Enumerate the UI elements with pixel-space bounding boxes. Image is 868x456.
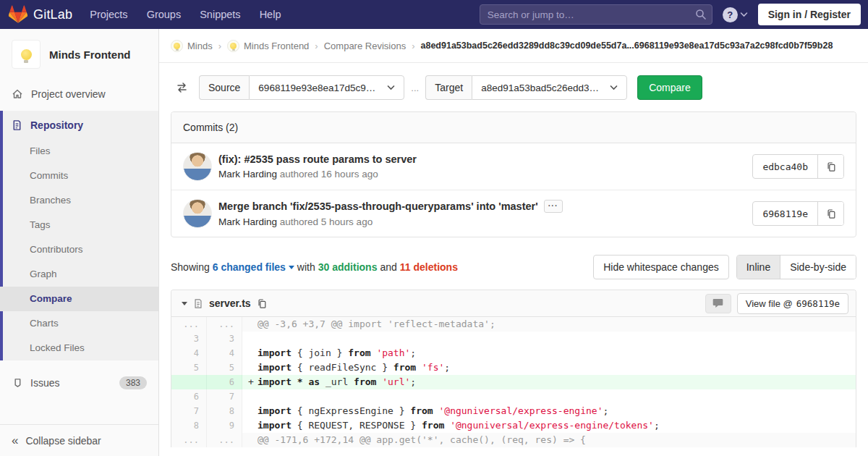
line-number-old[interactable]: 8: [171, 418, 207, 433]
diff-file-card: server.ts View file @ 69681: [171, 290, 856, 447]
breadcrumb-compare-revisions[interactable]: Compare Revisions: [324, 41, 406, 51]
line-number-old[interactable]: 3: [171, 332, 207, 346]
copy-icon[interactable]: [257, 298, 267, 309]
commit-sha[interactable]: 6968119e: [753, 202, 817, 225]
line-number-new[interactable]: ...: [207, 317, 242, 332]
compare-button[interactable]: Compare: [637, 75, 702, 100]
code-line: import { ngExpressEngine } from '@nguniv…: [242, 404, 856, 418]
diff-filename[interactable]: server.ts: [209, 297, 251, 309]
code-line: [242, 332, 856, 346]
sidebar-item-locked-files[interactable]: Locked Files: [0, 336, 158, 360]
repository-section: Repository FilesCommitsBranchesTagsContr…: [0, 111, 158, 360]
breadcrumb-separator: ›: [218, 41, 221, 51]
gitlab-logo[interactable]: GitLab: [9, 5, 72, 24]
and-label: and: [380, 261, 396, 273]
line-number-new[interactable]: 3: [207, 332, 242, 346]
side-by-side-view-button[interactable]: Side-by-side: [780, 256, 856, 279]
line-number-old[interactable]: 4: [171, 346, 207, 360]
source-dropdown[interactable]: 6968119e93e8ea17d5c9…: [249, 75, 404, 100]
line-number-old[interactable]: 5: [171, 360, 207, 375]
line-number-new[interactable]: 6: [207, 375, 242, 389]
line-number-new[interactable]: 5: [207, 360, 242, 375]
sidebar-item-charts[interactable]: Charts: [0, 311, 158, 336]
expand-commit-message-button[interactable]: ···: [544, 200, 563, 213]
line-number-old[interactable]: [171, 375, 207, 389]
breadcrumb-group[interactable]: Minds: [171, 40, 213, 52]
sidebar-item-graph[interactable]: Graph: [0, 262, 158, 287]
comment-button[interactable]: [705, 294, 731, 313]
line-number-new[interactable]: ...: [207, 433, 242, 447]
line-number-old[interactable]: 7: [171, 404, 207, 418]
breadcrumb-project[interactable]: Minds Frontend: [227, 40, 309, 52]
copy-sha-button[interactable]: [817, 202, 843, 225]
commit-author[interactable]: Mark Harding: [218, 169, 277, 180]
swap-revisions-button[interactable]: [171, 76, 192, 99]
group-avatar: [171, 40, 183, 52]
collapse-sidebar-label: Collapse sidebar: [25, 435, 101, 447]
double-chevron-left-icon: «: [12, 434, 18, 447]
view-file-sha: 6968119e: [796, 298, 840, 309]
nav-link-help[interactable]: Help: [260, 9, 281, 20]
sidebar-item-files[interactable]: Files: [0, 139, 158, 164]
sidebar-item-compare[interactable]: Compare: [0, 287, 158, 311]
breadcrumb-current-sha: a8ed91a53bad5c26edd3289dd8c39cd09de55d7a…: [420, 41, 833, 51]
collapse-sidebar-button[interactable]: « Collapse sidebar: [0, 424, 158, 456]
nav-link-snippets[interactable]: Snippets: [200, 9, 240, 20]
collapse-file-icon[interactable]: [182, 302, 187, 305]
sidebar-item-branches[interactable]: Branches: [0, 188, 158, 213]
inline-view-button[interactable]: Inline: [737, 256, 780, 279]
sidebar-item-contributors[interactable]: Contributors: [0, 237, 158, 262]
line-number-old[interactable]: ...: [171, 317, 207, 332]
project-header[interactable]: Minds Frontend: [0, 29, 158, 80]
copy-sha-button[interactable]: [817, 155, 843, 178]
diff-line: ......@@ -171,6 +172,14 @@ app.get('*', …: [171, 433, 856, 447]
diff-lines: ......@@ -3,6 +3,7 @@ import 'reflect-me…: [171, 317, 856, 447]
sidebar-item-tags[interactable]: Tags: [0, 213, 158, 237]
commit-info: Merge branch 'fix/2535-pass-through-quer…: [218, 200, 752, 227]
changed-files-dropdown[interactable]: 6 changed files: [213, 261, 294, 273]
line-number-old[interactable]: 6: [171, 389, 207, 404]
avatar[interactable]: [183, 152, 212, 181]
line-number-new[interactable]: 7: [207, 389, 242, 404]
avatar[interactable]: [183, 199, 212, 228]
view-file-button[interactable]: View file @ 6968119e: [737, 293, 848, 314]
target-field-group: Target a8ed91a53bad5c26edd3…: [425, 75, 627, 100]
line-number-new[interactable]: 4: [207, 346, 242, 360]
commit-sha[interactable]: edbca40b: [753, 155, 817, 178]
hide-whitespace-button[interactable]: Hide whitespace changes: [593, 255, 729, 279]
target-dropdown[interactable]: a8ed91a53bad5c26edd3…: [472, 75, 627, 100]
lightbulb-icon: [230, 43, 237, 49]
nav-link-groups[interactable]: Groups: [147, 9, 182, 20]
changed-files-label: 6 changed files: [213, 261, 286, 273]
commit-sha-group: 6968119e: [752, 201, 844, 226]
line-number-new[interactable]: 8: [207, 404, 242, 418]
sidebar-item-project-overview[interactable]: Project overview: [0, 80, 158, 108]
diff-file-header: server.ts View file @ 69681: [171, 290, 856, 317]
line-number-new[interactable]: 9: [207, 418, 242, 433]
question-icon: ?: [723, 7, 738, 22]
line-number-old[interactable]: ...: [171, 433, 207, 447]
code-line: @@ -3,6 +3,7 @@ import 'reflect-metadata…: [242, 317, 856, 332]
sidebar-item-issues[interactable]: Issues 383: [0, 368, 158, 397]
view-file-label: View file @: [746, 298, 793, 309]
sidebar-item-commits[interactable]: Commits: [0, 164, 158, 188]
search-icon[interactable]: [695, 9, 707, 20]
commit-title[interactable]: (fix): #2535 pass route params to server: [218, 153, 417, 165]
home-icon: [12, 88, 23, 100]
document-icon: [12, 119, 22, 131]
help-menu[interactable]: ?: [723, 7, 748, 22]
sidebar-item-label: Issues: [30, 377, 59, 389]
target-label: Target: [425, 75, 472, 100]
commit-author[interactable]: Mark Harding: [218, 216, 277, 227]
sidebar-item-repository[interactable]: Repository: [0, 111, 158, 139]
search-input[interactable]: [480, 4, 712, 25]
diff-line: 55 import { readFileSync } from 'fs';: [171, 360, 856, 375]
breadcrumb-separator: ›: [315, 41, 318, 51]
commit-title[interactable]: Merge branch 'fix/2535-pass-through-quer…: [218, 200, 538, 212]
sign-in-button[interactable]: Sign in / Register: [758, 4, 861, 25]
breadcrumb-label: Minds: [187, 41, 213, 51]
nav-link-projects[interactable]: Projects: [90, 9, 127, 20]
sidebar-item-label: Project overview: [31, 88, 106, 100]
diff-summary: Showing 6 changed files with 30 addition…: [171, 255, 856, 279]
source-label: Source: [199, 75, 249, 100]
